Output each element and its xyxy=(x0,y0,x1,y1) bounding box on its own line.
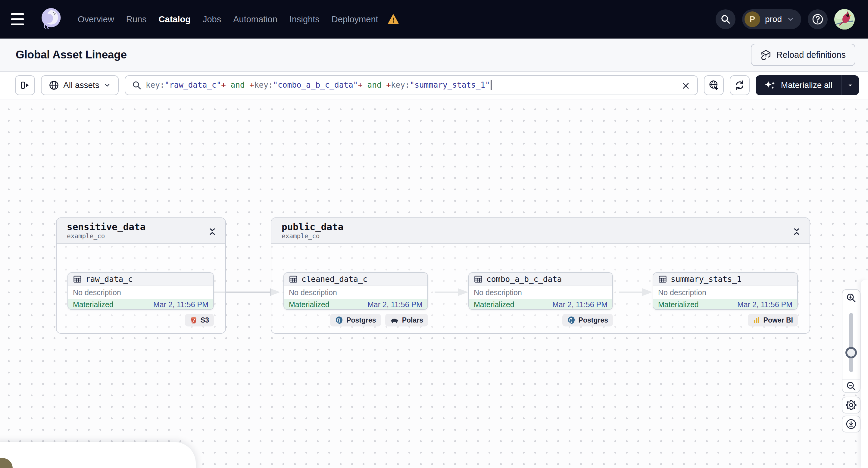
materialize-split-button: Materialize all xyxy=(756,75,859,95)
badge-row-raw-data-c: S3 xyxy=(67,314,214,326)
refresh-icon xyxy=(734,80,745,91)
table-icon xyxy=(289,275,298,284)
top-navbar: Overview Runs Catalog Jobs Automation In… xyxy=(0,0,868,38)
asset-description: No description xyxy=(284,285,427,299)
lineage-toolbar: All assets key:"raw_data_c"+ and +key:"c… xyxy=(0,72,868,99)
asset-selection-input[interactable]: key:"raw_data_c"+ and +key:"combo_a_b_c_… xyxy=(125,75,698,95)
collapse-group-icon[interactable] xyxy=(791,225,802,240)
asset-name: raw_data_c xyxy=(86,275,133,284)
group-subtitle: example_co xyxy=(282,232,343,240)
minimap-panel[interactable] xyxy=(0,442,196,468)
nav-catalog[interactable]: Catalog xyxy=(159,14,191,24)
open-left-panel-button[interactable] xyxy=(15,75,35,95)
navbar-actions: P prod xyxy=(716,9,855,30)
status-badge: Materialized xyxy=(289,300,330,309)
close-icon xyxy=(682,82,690,90)
badge-label: Polars xyxy=(402,316,423,324)
graph-settings-button[interactable] xyxy=(842,397,861,413)
table-icon xyxy=(658,275,667,284)
asset-node-raw-data-c[interactable]: raw_data_c No description Materialized M… xyxy=(67,272,214,310)
deployment-warning-icon[interactable] xyxy=(388,14,399,24)
search-icon xyxy=(720,14,731,24)
chevron-down-icon xyxy=(787,15,795,23)
zoom-controls xyxy=(842,289,861,393)
collapse-group-icon[interactable] xyxy=(207,225,218,240)
materialization-timestamp: Mar 2, 11:56 PM xyxy=(367,300,423,309)
clear-query-button[interactable] xyxy=(679,79,692,92)
reload-definitions-button[interactable]: Reload definitions xyxy=(751,44,855,66)
asset-scope-selector[interactable]: All assets xyxy=(41,75,119,95)
badge-row-summary-stats-1: Power BI xyxy=(653,314,798,326)
asset-node-summary-stats-1[interactable]: summary_stats_1 No description Materiali… xyxy=(653,272,798,310)
materialization-timestamp: Mar 2, 11:56 PM xyxy=(737,300,793,309)
menu-button[interactable] xyxy=(11,10,30,29)
nav-deployment[interactable]: Deployment xyxy=(332,14,378,24)
table-icon xyxy=(73,275,82,284)
sparkles-icon xyxy=(764,79,776,91)
kind-badge-s3[interactable]: S3 xyxy=(185,314,214,326)
zoom-in-button[interactable] xyxy=(842,290,860,306)
status-badge: Materialized xyxy=(658,300,699,309)
nav-runs[interactable]: Runs xyxy=(126,14,147,24)
zoom-out-icon xyxy=(846,381,856,391)
environment-switcher[interactable]: P prod xyxy=(742,9,801,29)
materialize-all-label: Materialize all xyxy=(781,81,833,90)
right-panel-edge xyxy=(861,280,868,468)
asset-status-row: Materialized Mar 2, 11:56 PM xyxy=(284,299,427,310)
table-icon xyxy=(474,275,483,284)
environment-label: prod xyxy=(765,14,782,24)
badge-row-combo-a-b-c-data: Postgres xyxy=(468,314,613,326)
asset-description: No description xyxy=(653,285,797,299)
materialize-options-button[interactable] xyxy=(841,75,859,95)
user-avatar[interactable] xyxy=(834,9,855,30)
badge-label: Postgres xyxy=(579,316,608,324)
view-full-graph-button[interactable] xyxy=(704,75,724,95)
zoom-out-button[interactable] xyxy=(842,379,860,393)
lineage-canvas[interactable]: sensitive_data example_co public_data ex… xyxy=(0,99,868,468)
selection-query-text: key:"raw_data_c"+ and +key:"combo_a_b_c_… xyxy=(146,80,492,90)
primary-nav: Overview Runs Catalog Jobs Automation In… xyxy=(78,14,399,24)
polars-bear-icon xyxy=(390,316,399,324)
asset-description: No description xyxy=(469,285,612,299)
globe-add-icon xyxy=(708,80,719,91)
zoom-slider[interactable] xyxy=(842,306,860,379)
asset-description: No description xyxy=(68,285,213,299)
gear-icon xyxy=(846,400,857,410)
asset-node-combo-a-b-c-data[interactable]: combo_a_b_c_data No description Material… xyxy=(468,272,613,310)
materialization-timestamp: Mar 2, 11:56 PM xyxy=(153,300,209,309)
nav-insights[interactable]: Insights xyxy=(289,14,319,24)
page-title: Global Asset Lineage xyxy=(16,49,127,61)
kind-badge-powerbi[interactable]: Power BI xyxy=(748,314,798,326)
asset-node-header: combo_a_b_c_data xyxy=(469,273,612,285)
nav-automation[interactable]: Automation xyxy=(233,14,277,24)
nav-overview[interactable]: Overview xyxy=(78,14,114,24)
asset-node-header: cleaned_data_c xyxy=(284,273,427,285)
badge-row-cleaned-data-c: Postgres Polars xyxy=(283,314,428,326)
badge-label: Power BI xyxy=(764,316,793,324)
dagster-logo[interactable] xyxy=(37,6,64,33)
kind-badge-polars[interactable]: Polars xyxy=(385,314,428,326)
zoom-slider-track[interactable] xyxy=(849,313,853,372)
asset-name: summary_stats_1 xyxy=(671,275,742,284)
zoom-in-icon xyxy=(846,293,856,303)
chevron-down-icon xyxy=(846,81,854,89)
kind-badge-postgres[interactable]: Postgres xyxy=(330,314,381,326)
asset-node-cleaned-data-c[interactable]: cleaned_data_c No description Materializ… xyxy=(283,272,428,310)
materialize-all-button[interactable]: Materialize all xyxy=(756,75,841,95)
help-button[interactable] xyxy=(808,9,828,29)
asset-status-row: Materialized Mar 2, 11:56 PM xyxy=(653,299,797,310)
nav-jobs[interactable]: Jobs xyxy=(203,14,221,24)
download-graph-button[interactable] xyxy=(842,415,861,433)
globe-icon xyxy=(49,80,59,90)
postgres-icon xyxy=(567,316,576,324)
group-name: sensitive_data xyxy=(67,222,146,232)
dagster-octopus-icon xyxy=(37,6,64,33)
group-header[interactable]: sensitive_data example_co xyxy=(57,218,225,244)
asset-scope-label: All assets xyxy=(63,81,99,90)
group-name: public_data xyxy=(282,222,343,232)
global-search-button[interactable] xyxy=(716,9,736,29)
kind-badge-postgres[interactable]: Postgres xyxy=(562,314,613,326)
refresh-graph-button[interactable] xyxy=(730,75,750,95)
zoom-slider-thumb[interactable] xyxy=(845,347,857,358)
group-header[interactable]: public_data example_co xyxy=(271,218,810,244)
